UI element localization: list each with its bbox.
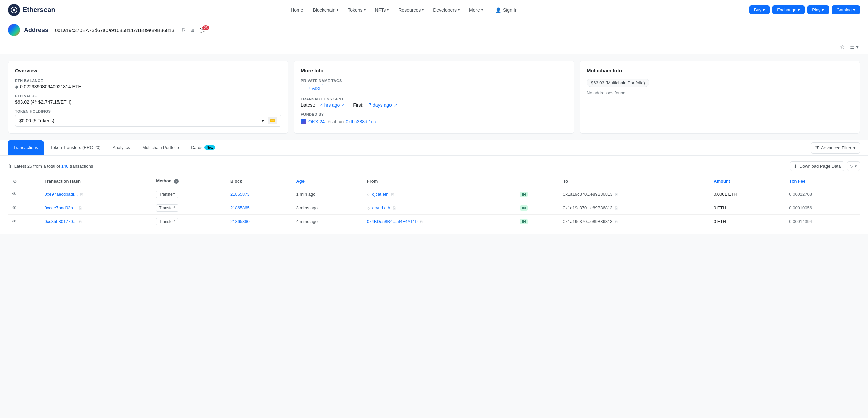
- buy-chevron-icon: ▾: [763, 7, 765, 12]
- funded-by-copy-icon[interactable]: ⎘: [328, 119, 330, 124]
- total-count-link[interactable]: 140: [61, 163, 69, 168]
- funded-by-txn-link[interactable]: 0xfbc388df1cc...: [346, 119, 380, 124]
- transaction-hash-link[interactable]: 0xc85b801770...: [44, 219, 76, 224]
- play-button[interactable]: Play ▾: [807, 5, 829, 14]
- eth-value-label: ETH VALUE: [15, 94, 281, 98]
- filter-button[interactable]: ▽ ▾: [847, 161, 860, 171]
- multichain-info-panel: Multichain Info $63.03 (Multichain Portf…: [580, 61, 860, 134]
- nav-resources[interactable]: Resources ▾: [394, 5, 428, 15]
- copy-to-icon[interactable]: ⎘: [615, 192, 617, 197]
- nav-more[interactable]: More ▾: [465, 5, 487, 15]
- th-from: From: [363, 175, 516, 187]
- nav-developers[interactable]: Developers ▾: [429, 5, 464, 15]
- list-icon[interactable]: ☰ ▾: [848, 42, 860, 52]
- row-fee-cell: 0.00014394: [785, 215, 860, 228]
- notifications-icon-wrapper[interactable]: 💬 23: [198, 27, 207, 33]
- block-number-link[interactable]: 21865873: [230, 192, 250, 197]
- overview-panel: Overview ETH BALANCE ◆ 0.022939080940921…: [8, 61, 288, 134]
- table-header-row: ⇅ Latest 25 from a total of 140 transact…: [8, 161, 860, 171]
- avatar: [8, 24, 20, 36]
- nav-blockchain[interactable]: Blockchain ▾: [309, 5, 343, 15]
- first-label: First:: [353, 102, 363, 108]
- sign-in-button[interactable]: 👤 Sign In: [495, 7, 518, 13]
- fee-value: 0.00012708: [789, 192, 812, 197]
- token-holdings-selector[interactable]: $0.00 (5 Tokens) ▾ 💳: [15, 115, 281, 127]
- tab-multichain-portfolio[interactable]: Multichain Portfolio: [137, 140, 184, 156]
- amount-value: 0 ETH: [714, 219, 726, 224]
- exchange-button[interactable]: Exchange ▾: [772, 5, 805, 14]
- table-actions: ⤓ Download Page Data ▽ ▾: [790, 161, 860, 171]
- th-age: Age: [292, 175, 363, 187]
- table-summary: ⇅ Latest 25 from a total of 140 transact…: [8, 163, 93, 168]
- star-icon[interactable]: ☆: [839, 42, 846, 52]
- first-txn-link[interactable]: 7 days ago ↗: [369, 102, 397, 108]
- address-action-icons: ⎘ ⊞ 💬 23: [181, 27, 207, 33]
- row-eye-icon[interactable]: 👁: [12, 191, 17, 197]
- row-age-cell: 3 mins ago: [292, 201, 363, 215]
- transactions-table: ⊙ Transaction Hash Method ? Block Age: [8, 175, 860, 228]
- block-number-link[interactable]: 21865865: [230, 205, 250, 210]
- copy-hash-icon[interactable]: ⎘: [79, 206, 81, 210]
- copy-hash-icon[interactable]: ⎘: [80, 192, 83, 197]
- address-label: Address: [24, 27, 48, 34]
- copy-hash-icon[interactable]: ⎘: [79, 219, 81, 224]
- th-block: Block: [226, 175, 292, 187]
- copy-to-icon[interactable]: ⎘: [615, 219, 617, 224]
- method-help-icon[interactable]: ?: [174, 179, 179, 184]
- copy-from-icon[interactable]: ⎘: [393, 206, 395, 210]
- row-eye-cell: 👁: [8, 201, 40, 215]
- direction-badge: IN: [520, 219, 528, 224]
- token-wallet-icon[interactable]: 💳: [268, 117, 277, 124]
- row-from-cell: ◇ arvnd.eth ⎘: [363, 201, 516, 215]
- method-badge: Transfer*: [156, 204, 178, 212]
- row-to-cell: 0x1a19c370...e89B36813 ⎘: [559, 187, 710, 201]
- copy-from-icon[interactable]: ⎘: [420, 219, 422, 224]
- from-address-link[interactable]: djcat.eth: [372, 192, 389, 197]
- row-block-cell: 21865860: [226, 215, 292, 228]
- block-number-link[interactable]: 21865860: [230, 219, 250, 224]
- th-amount: Amount: [710, 175, 785, 187]
- row-age-cell: 1 min ago: [292, 187, 363, 201]
- nav-nfts[interactable]: NFTs ▾: [371, 5, 393, 15]
- transaction-hash-link[interactable]: 0xcae7bad03b...: [44, 205, 76, 210]
- svg-point-1: [13, 9, 16, 11]
- to-address: 0x1a19c370...e89B36813: [563, 205, 612, 210]
- transaction-hash-link[interactable]: 0xe97aecdbadf...: [44, 192, 78, 197]
- header-action-buttons: Buy ▾ Exchange ▾ Play ▾ Gaming ▾: [749, 5, 860, 14]
- copy-address-icon[interactable]: ⎘: [181, 27, 186, 33]
- qr-code-icon[interactable]: ⊞: [189, 27, 196, 33]
- multichain-portfolio-badge[interactable]: $63.03 (Multichain Portfolio): [587, 78, 650, 87]
- download-page-data-button[interactable]: ⤓ Download Page Data: [790, 161, 844, 171]
- gaming-button[interactable]: Gaming ▾: [832, 5, 860, 14]
- from-address-link[interactable]: 0x4BDe58B4...5f4F4A11b: [367, 219, 417, 224]
- tab-transactions[interactable]: Transactions: [8, 140, 43, 156]
- funded-by-name-link[interactable]: OKX 24: [308, 119, 324, 124]
- logo[interactable]: Etherscan: [8, 4, 55, 16]
- tab-analytics[interactable]: Analytics: [107, 140, 135, 156]
- row-eye-icon[interactable]: 👁: [12, 219, 17, 224]
- row-hash-cell: 0xcae7bad03b... ⎘: [40, 201, 152, 215]
- exchange-chevron-icon: ▾: [798, 7, 800, 12]
- tab-token-transfers[interactable]: Token Transfers (ERC-20): [45, 140, 106, 156]
- nav-divider: [491, 7, 491, 13]
- overview-title: Overview: [15, 68, 281, 73]
- advanced-filter-button[interactable]: ⧩ Advanced Filter ▾: [811, 142, 860, 154]
- nav-tokens[interactable]: Tokens ▾: [344, 5, 369, 15]
- from-address-link[interactable]: arvnd.eth: [372, 205, 390, 210]
- buy-button[interactable]: Buy ▾: [749, 5, 770, 14]
- row-amount-cell: 0 ETH: [710, 201, 785, 215]
- blockchain-chevron-icon: ▾: [337, 8, 338, 12]
- logo-icon: [8, 4, 20, 16]
- copy-from-icon[interactable]: ⎘: [391, 192, 394, 197]
- to-address: 0x1a19c370...e89B36813: [563, 219, 612, 224]
- tab-cards[interactable]: Cards New: [186, 140, 221, 156]
- settings-icon[interactable]: ⊙: [12, 178, 18, 184]
- row-eye-icon[interactable]: 👁: [12, 205, 17, 210]
- nav-home[interactable]: Home: [287, 5, 307, 15]
- latest-txn-link[interactable]: 4 hrs ago ↗: [320, 102, 345, 108]
- copy-to-icon[interactable]: ⎘: [615, 206, 617, 210]
- add-label: + Add: [309, 86, 320, 91]
- row-method-cell: Transfer*: [152, 187, 226, 201]
- row-direction-cell: IN: [516, 201, 559, 215]
- add-private-tag-button[interactable]: + + Add: [301, 84, 323, 92]
